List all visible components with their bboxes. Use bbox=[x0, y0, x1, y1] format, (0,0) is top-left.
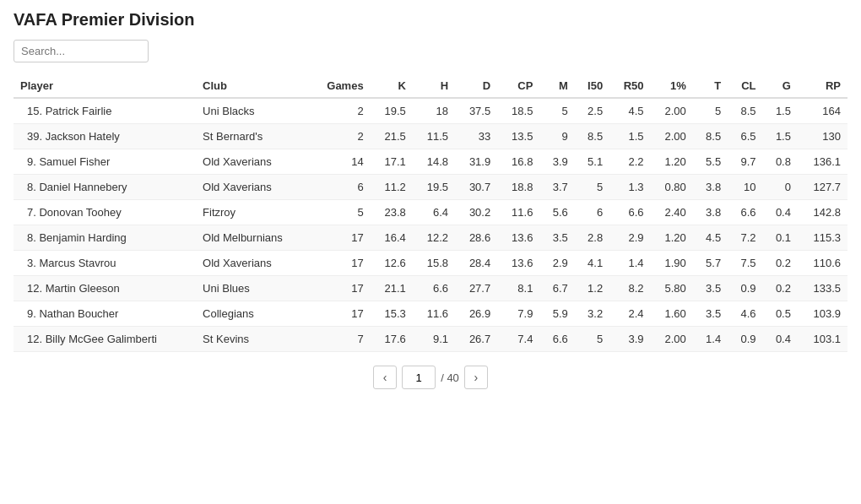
col-player: Player bbox=[14, 74, 196, 98]
table-row: 15. Patrick FairlieUni Blacks219.51837.5… bbox=[14, 98, 847, 124]
table-row: 9. Nathan BoucherCollegians1715.311.626.… bbox=[14, 301, 847, 327]
total-pages-label: / 40 bbox=[441, 371, 459, 384]
col-h: H bbox=[413, 74, 455, 98]
table-row: 3. Marcus StavrouOld Xaverians1712.615.8… bbox=[14, 251, 847, 276]
col-r50: R50 bbox=[609, 74, 650, 98]
col-cp: CP bbox=[497, 74, 539, 98]
table-row: 8. Daniel HanneberyOld Xaverians611.219.… bbox=[14, 175, 847, 200]
col-games: Games bbox=[310, 74, 371, 98]
col-i50: I50 bbox=[575, 74, 609, 98]
page-number-input[interactable] bbox=[402, 366, 436, 389]
table-row: 8. Benjamin HardingOld Melburnians1716.4… bbox=[14, 225, 847, 251]
col-k: K bbox=[371, 74, 413, 98]
col-m: M bbox=[539, 74, 574, 98]
col-rp: RP bbox=[798, 74, 847, 98]
stats-table: Player Club Games K H D CP M I50 R50 1% … bbox=[14, 74, 847, 352]
col-club: Club bbox=[196, 74, 309, 98]
table-body: 15. Patrick FairlieUni Blacks219.51837.5… bbox=[14, 98, 847, 352]
table-row: 12. Billy McGee GalimbertiSt Kevins717.6… bbox=[14, 327, 847, 352]
page-title: VAFA Premier Division bbox=[14, 10, 847, 30]
col-1pct: 1% bbox=[651, 74, 693, 98]
table-header: Player Club Games K H D CP M I50 R50 1% … bbox=[14, 74, 847, 98]
table-row: 7. Donovan TooheyFitzroy523.86.430.211.6… bbox=[14, 200, 847, 225]
col-t: T bbox=[693, 74, 728, 98]
table-row: 39. Jackson HatelySt Bernard's221.511.53… bbox=[14, 124, 847, 149]
search-input[interactable] bbox=[14, 40, 149, 62]
table-row: 12. Martin GleesonUni Blues1721.16.627.7… bbox=[14, 276, 847, 301]
col-cl: CL bbox=[728, 74, 762, 98]
col-d: D bbox=[455, 74, 497, 98]
next-page-button[interactable]: › bbox=[464, 366, 488, 389]
prev-page-button[interactable]: ‹ bbox=[373, 366, 397, 389]
pagination: ‹ / 40 › bbox=[14, 366, 847, 389]
col-g: G bbox=[763, 74, 798, 98]
table-row: 9. Samuel FisherOld Xaverians1417.114.83… bbox=[14, 149, 847, 175]
